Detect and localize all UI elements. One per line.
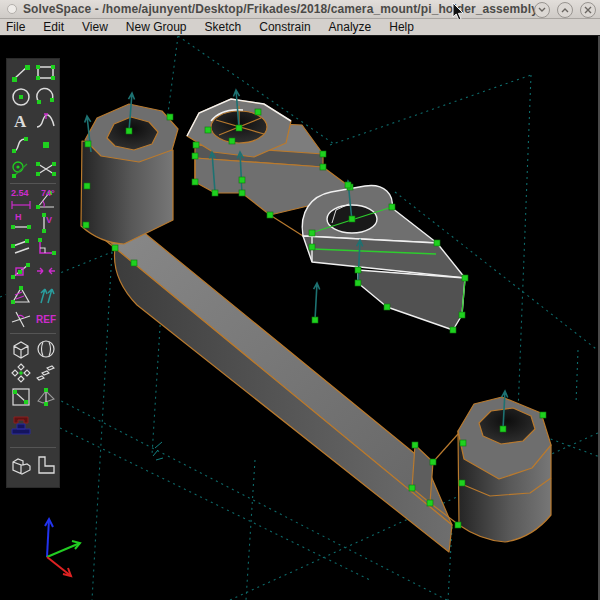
vertex-point[interactable] (500, 426, 506, 432)
vertex-point[interactable] (239, 190, 245, 196)
vertex-point[interactable] (112, 245, 118, 251)
vertex-point[interactable] (430, 459, 436, 465)
model-viewport[interactable] (0, 0, 600, 600)
sketch-tangent-arc-icon[interactable] (34, 109, 58, 133)
group-new-workplane-icon[interactable] (9, 385, 33, 409)
group-rotate-icon[interactable] (9, 361, 33, 385)
constrain-symmetric-icon[interactable] (34, 259, 58, 283)
menu-edit[interactable]: Edit (34, 19, 73, 35)
group-translate-icon[interactable] (34, 361, 58, 385)
menu-sketch[interactable]: Sketch (196, 19, 251, 35)
constrain-reference-icon[interactable]: REF (34, 307, 58, 331)
vertex-point[interactable] (192, 153, 198, 159)
svg-text:A: A (14, 112, 27, 131)
vertex-point[interactable] (320, 164, 326, 170)
vertex-point[interactable] (434, 240, 440, 246)
vertex-point[interactable] (83, 222, 89, 228)
vertex-point[interactable] (450, 327, 456, 333)
constrain-angle-icon[interactable]: 74° (34, 187, 58, 211)
vertex-point[interactable] (455, 522, 461, 528)
constrain-other-angle-icon[interactable] (9, 307, 33, 331)
sketch-circle-icon[interactable] (9, 85, 33, 109)
sketch-datum-point-icon[interactable] (34, 133, 58, 157)
vertex-point[interactable] (459, 312, 465, 318)
vertex-point[interactable] (460, 440, 466, 446)
constrain-vertical-icon[interactable]: V (34, 211, 58, 235)
constrain-point-on-line-icon[interactable] (9, 259, 33, 283)
vertex-point[interactable] (389, 204, 395, 210)
sketch-line-icon[interactable] (9, 61, 33, 85)
constrain-equal-icon[interactable] (9, 283, 33, 307)
chevron-down-icon (538, 7, 546, 13)
vertex-point[interactable] (229, 138, 235, 144)
solvespace-window: SolveSpace - /home/ajunyent/Desktop/Frik… (0, 0, 600, 600)
vertex-point[interactable] (355, 280, 361, 286)
constrain-horizontal-icon[interactable]: H (9, 211, 33, 235)
group-link-icon[interactable] (9, 411, 33, 441)
constrain-distance-icon[interactable]: 2.54 (9, 187, 33, 211)
boolean-union-icon[interactable] (9, 453, 33, 477)
vertex-point[interactable] (427, 500, 433, 506)
maximize-button[interactable] (557, 2, 573, 18)
title-bar[interactable]: SolveSpace - /home/ajunyent/Desktop/Frik… (0, 0, 600, 19)
group-sketch-3d-icon[interactable] (34, 385, 58, 409)
vertex-point[interactable] (409, 485, 415, 491)
vertex-point[interactable] (205, 127, 211, 133)
vertex-point[interactable] (540, 412, 546, 418)
menu-constrain[interactable]: Constrain (250, 19, 319, 35)
group-lathe-icon[interactable] (34, 337, 58, 361)
vertex-point[interactable] (462, 275, 468, 281)
vertex-point[interactable] (126, 128, 132, 134)
split-curves-icon[interactable] (34, 157, 58, 181)
vertex-point[interactable] (345, 182, 351, 188)
menu-help[interactable]: Help (380, 19, 423, 35)
vertex-point[interactable] (167, 114, 173, 120)
menu-analyze[interactable]: Analyze (320, 19, 381, 35)
vertex-point[interactable] (255, 109, 261, 115)
group-extrude-icon[interactable] (9, 337, 33, 361)
menu-file[interactable]: File (0, 19, 34, 35)
vertex-point[interactable] (312, 317, 318, 323)
close-icon (584, 6, 592, 14)
vertex-point[interactable] (212, 190, 218, 196)
menu-new-group[interactable]: New Group (117, 19, 196, 35)
vertex-point[interactable] (309, 244, 315, 250)
menu-view[interactable]: View (73, 19, 117, 35)
sketch-rectangle-icon[interactable] (34, 61, 58, 85)
tool-palette: A 2.54 74° (6, 58, 60, 488)
vertex-point[interactable] (84, 183, 90, 189)
vertex-point[interactable] (309, 230, 315, 236)
vertex-point[interactable] (192, 179, 198, 185)
window-title: SolveSpace - /home/ajunyent/Desktop/Frik… (23, 2, 547, 16)
vertex-point[interactable] (320, 151, 326, 157)
sketch-text-icon[interactable]: A (9, 109, 33, 133)
vertex-point[interactable] (412, 442, 418, 448)
sketch-arc-icon[interactable] (34, 85, 58, 109)
vertex-point[interactable] (349, 216, 355, 222)
vertex-point[interactable] (193, 142, 199, 148)
vertex-point[interactable] (384, 304, 390, 310)
constrain-perpendicular-icon[interactable] (34, 235, 58, 259)
close-button[interactable] (580, 2, 596, 18)
vertex-point[interactable] (85, 141, 91, 147)
chevron-up-icon (561, 7, 569, 13)
constrain-parallel-icon[interactable] (9, 235, 33, 259)
vertex-point[interactable] (131, 260, 137, 266)
vertex-point[interactable] (267, 212, 273, 218)
vertex-point[interactable] (459, 480, 465, 486)
vertex-point[interactable] (236, 125, 242, 131)
sketch-bezier-icon[interactable] (9, 133, 33, 157)
vertex-point[interactable] (239, 177, 245, 183)
menu-bar: File Edit View New Group Sketch Constrai… (0, 19, 600, 36)
vertex-point[interactable] (355, 267, 361, 273)
toggle-construction-icon[interactable] (9, 157, 33, 181)
minimize-button[interactable] (534, 2, 550, 18)
constrain-oriented-same-icon[interactable] (34, 283, 58, 307)
boolean-step-icon[interactable] (34, 453, 58, 477)
window-icon (7, 4, 17, 14)
